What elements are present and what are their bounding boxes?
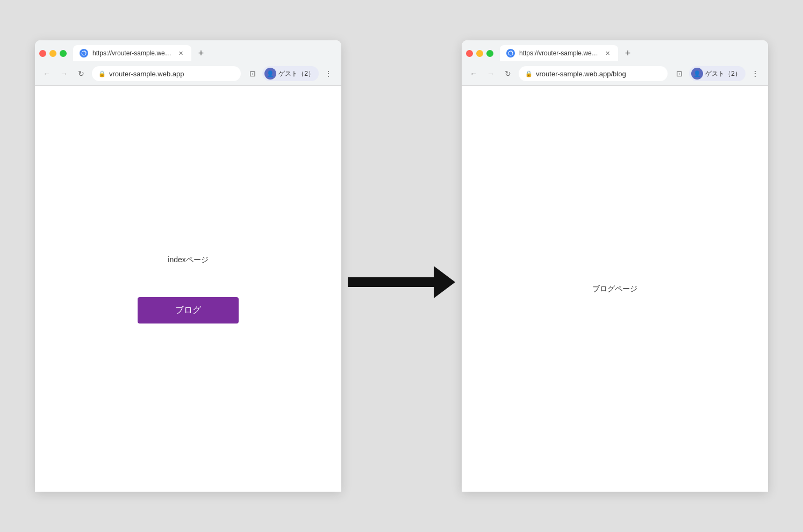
active-tab-right[interactable]: https://vrouter-sample.web.ap... ✕ (500, 45, 618, 61)
tab-close-left[interactable]: ✕ (176, 49, 185, 57)
url-field-left[interactable]: 🔒 vrouter-sample.web.app (92, 66, 241, 81)
split-view-icon-right[interactable]: ⊡ (672, 66, 687, 81)
menu-button-right[interactable]: ⋮ (748, 66, 763, 81)
right-controls-right: ⊡ 👤 ゲスト（2） ⋮ (672, 66, 763, 81)
close-button-left[interactable] (39, 50, 46, 57)
avatar-right: 👤 (691, 68, 703, 80)
minimize-button-right[interactable] (476, 50, 483, 57)
page-label-left: indexページ (168, 255, 208, 265)
avatar-left: 👤 (264, 68, 276, 80)
arrow-head (434, 266, 455, 298)
tab-title-right: https://vrouter-sample.web.ap... (519, 49, 599, 57)
back-button-left[interactable]: ← (40, 67, 53, 80)
url-text-left: vrouter-sample.web.app (109, 70, 184, 78)
tab-title-left: https://vrouter-sample.web.ap... (92, 49, 172, 57)
arrow-body (348, 277, 434, 287)
tab-bar-left: https://vrouter-sample.web.ap... ✕ + (35, 40, 341, 62)
menu-button-left[interactable]: ⋮ (321, 66, 336, 81)
blog-button[interactable]: ブログ (138, 297, 239, 323)
profile-button-right[interactable]: 👤 ゲスト（2） (689, 66, 745, 81)
maximize-button-right[interactable] (486, 50, 493, 57)
traffic-lights-right (466, 50, 493, 57)
page-content-left: indexページ ブログ (35, 86, 341, 492)
reload-button-right[interactable]: ↻ (501, 67, 514, 80)
new-tab-button-right[interactable]: + (620, 46, 635, 61)
url-text-right: vrouter-sample.web.app/blog (536, 70, 626, 78)
right-controls-left: ⊡ 👤 ゲスト（2） ⋮ (245, 66, 336, 81)
page-content-right: ブログページ (462, 86, 768, 492)
minimize-button-left[interactable] (49, 50, 56, 57)
browser-left: https://vrouter-sample.web.ap... ✕ + ← →… (35, 40, 341, 492)
tab-favicon-left (80, 49, 88, 57)
split-view-icon-left[interactable]: ⊡ (245, 66, 260, 81)
profile-text-left: ゲスト（2） (278, 69, 314, 78)
lock-icon-right: 🔒 (525, 70, 533, 77)
address-bar-left: ← → ↻ 🔒 vrouter-sample.web.app ⊡ 👤 ゲスト（2… (35, 62, 341, 85)
address-bar-right: ← → ↻ 🔒 vrouter-sample.web.app/blog ⊡ 👤 … (462, 62, 768, 85)
active-tab-left[interactable]: https://vrouter-sample.web.ap... ✕ (73, 45, 191, 61)
close-button-right[interactable] (466, 50, 473, 57)
tab-close-right[interactable]: ✕ (603, 49, 612, 57)
arrow (348, 266, 455, 298)
forward-button-left[interactable]: → (58, 67, 70, 80)
browser-right: https://vrouter-sample.web.ap... ✕ + ← →… (462, 40, 768, 492)
forward-button-right[interactable]: → (484, 67, 497, 80)
scene: https://vrouter-sample.web.ap... ✕ + ← →… (0, 0, 803, 532)
tab-bar-right: https://vrouter-sample.web.ap... ✕ + (462, 40, 768, 62)
lock-icon-left: 🔒 (98, 70, 106, 77)
reload-button-left[interactable]: ↻ (75, 67, 88, 80)
traffic-lights-left (39, 50, 67, 57)
blog-page-label: ブログページ (592, 284, 637, 294)
url-field-right[interactable]: 🔒 vrouter-sample.web.app/blog (519, 66, 668, 81)
profile-button-left[interactable]: 👤 ゲスト（2） (262, 66, 319, 81)
maximize-button-left[interactable] (60, 50, 67, 57)
back-button-right[interactable]: ← (467, 67, 480, 80)
new-tab-button-left[interactable]: + (193, 46, 209, 61)
tab-favicon-right (506, 49, 515, 57)
profile-text-right: ゲスト（2） (705, 69, 741, 78)
navigation-arrow (348, 266, 455, 298)
